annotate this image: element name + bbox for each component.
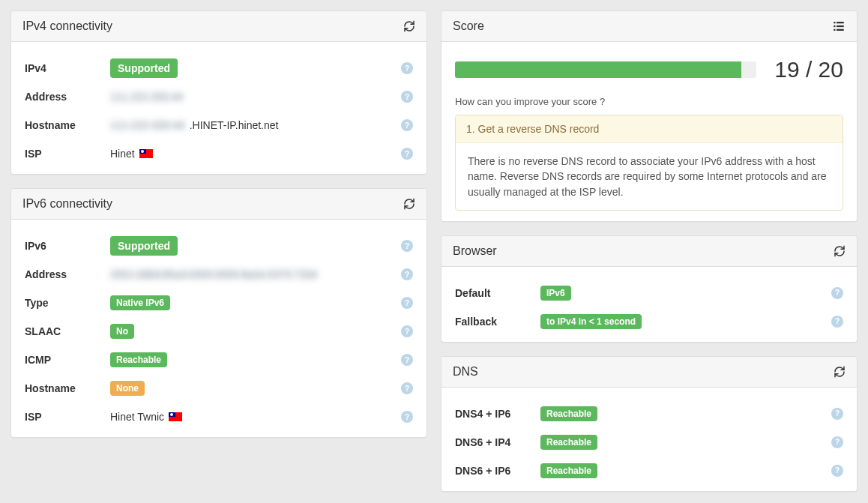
row-label: Type (25, 297, 110, 309)
help-icon[interactable]: ? (831, 287, 843, 299)
svg-rect-3 (837, 25, 844, 27)
refresh-icon[interactable] (834, 245, 846, 257)
row-label: Hostname (25, 119, 110, 131)
score-progress-bar (455, 61, 756, 78)
icmp-badge: Reachable (110, 352, 167, 367)
ipv4-row-address: Address 111.222.333.44 ? (25, 82, 413, 111)
help-icon[interactable]: ? (401, 382, 413, 394)
list-icon[interactable] (832, 19, 846, 33)
hostname-badge: None (110, 381, 145, 396)
help-icon[interactable]: ? (831, 465, 843, 477)
ipv6-row-slaac: SLAAC No ? (25, 317, 413, 346)
help-icon[interactable]: ? (401, 119, 413, 131)
dns-title: DNS (453, 365, 478, 379)
score-bar-wrap: 19 / 20 (455, 54, 843, 93)
browser-row-fallback: Fallback to IPv4 in < 1 second ? (455, 307, 843, 336)
ipv4-row-ipv4: IPv4 Supported ? (25, 54, 413, 82)
right-column: Score 19 / 20 How can you improve your s… (441, 10, 858, 503)
score-value-text: 19 / 20 (774, 57, 843, 82)
row-label: IPv6 (25, 240, 110, 252)
score-progress-fill (455, 61, 741, 78)
type-badge: Native IPv6 (110, 295, 170, 310)
score-improve-question: How can you improve your score ? (455, 93, 843, 115)
row-label: Address (25, 268, 110, 280)
supported-badge: Supported (110, 58, 178, 78)
default-badge: IPv6 (540, 286, 571, 301)
ipv6-heading: IPv6 connectivity (11, 189, 427, 220)
reachable-badge: Reachable (540, 463, 597, 478)
dns-row: DNS4 + IP6 Reachable ? (455, 400, 843, 428)
flag-icon (169, 412, 182, 421)
score-heading: Score (441, 11, 857, 42)
ipv6-row-icmp: ICMP Reachable ? (25, 346, 413, 374)
svg-rect-5 (837, 29, 844, 31)
row-label: DNS4 + IP6 (455, 408, 540, 420)
help-icon[interactable]: ? (401, 354, 413, 366)
score-title: Score (453, 19, 484, 33)
ipv4-row-hostname: Hostname 111-222-333-44.HINET-IP.hinet.n… (25, 111, 413, 139)
reachable-badge: Reachable (540, 435, 597, 450)
ipv6-row-type: Type Native IPv6 ? (25, 289, 413, 317)
browser-row-default: Default IPv6 ? (455, 279, 843, 307)
row-label: IPv4 (25, 62, 110, 74)
dns-heading: DNS (441, 357, 857, 388)
ipv6-row-address: Address 2001:0db8:85a3:0000:0000:8a2e:03… (25, 260, 413, 289)
help-icon[interactable]: ? (401, 325, 413, 337)
hostname-blurred: 111-222-333-44 (110, 119, 185, 131)
slaac-badge: No (110, 324, 134, 339)
ipv6-title: IPv6 connectivity (22, 197, 112, 211)
supported-badge: Supported (110, 236, 178, 256)
flag-icon (139, 149, 153, 158)
isp-value: Hinet (110, 148, 135, 160)
score-tip: 1. Get a reverse DNS record There is no … (455, 115, 843, 211)
row-label: Default (455, 287, 540, 299)
help-icon[interactable]: ? (401, 148, 413, 160)
row-label: DNS6 + IP4 (455, 436, 540, 448)
hostname-suffix: .HINET-IP.hinet.net (190, 119, 279, 131)
dns-row: DNS6 + IP4 Reachable ? (455, 428, 843, 457)
svg-rect-1 (837, 22, 844, 23)
help-icon[interactable]: ? (831, 316, 843, 328)
help-icon[interactable]: ? (831, 436, 843, 448)
row-label: ISP (25, 411, 110, 423)
ipv4-heading: IPv4 connectivity (11, 11, 427, 42)
help-icon[interactable]: ? (401, 297, 413, 309)
row-label: DNS6 + IP6 (455, 465, 540, 477)
help-icon[interactable]: ? (401, 411, 413, 423)
row-label: Hostname (25, 382, 110, 394)
row-label: ISP (25, 148, 110, 160)
help-icon[interactable]: ? (401, 268, 413, 280)
refresh-icon[interactable] (834, 366, 846, 378)
row-label: Address (25, 91, 110, 103)
ipv6-row-hostname: Hostname None ? (25, 374, 413, 403)
browser-title: Browser (453, 244, 497, 258)
score-panel: Score 19 / 20 How can you improve your s… (441, 10, 858, 222)
score-tip-body: There is no reverse DNS record to associ… (456, 143, 843, 210)
ipv6-row-isp: ISP Hinet Twnic ? (25, 403, 413, 431)
ipv6-row-ipv6: IPv6 Supported ? (25, 232, 413, 260)
refresh-icon[interactable] (403, 20, 415, 32)
row-label: ICMP (25, 354, 110, 366)
left-column: IPv4 connectivity IPv4 Supported ? Addre… (10, 10, 427, 503)
fallback-badge: to IPv4 in < 1 second (540, 314, 642, 329)
ipv4-address-value: 111.222.333.44 (110, 91, 183, 103)
ipv4-panel: IPv4 connectivity IPv4 Supported ? Addre… (10, 10, 427, 175)
ipv4-row-isp: ISP Hinet ? (25, 139, 413, 168)
ipv4-title: IPv4 connectivity (22, 19, 112, 33)
refresh-icon[interactable] (403, 198, 415, 210)
browser-heading: Browser (441, 236, 857, 267)
help-icon[interactable]: ? (401, 91, 413, 103)
help-icon[interactable]: ? (831, 408, 843, 420)
row-label: SLAAC (25, 325, 110, 337)
svg-rect-4 (834, 29, 835, 31)
svg-rect-0 (834, 22, 835, 23)
svg-rect-2 (834, 25, 835, 27)
dns-row: DNS6 + IP6 Reachable ? (455, 457, 843, 485)
reachable-badge: Reachable (540, 406, 597, 421)
row-label: Fallback (455, 316, 540, 328)
isp-value: Hinet Twnic (110, 411, 164, 423)
help-icon[interactable]: ? (401, 240, 413, 252)
help-icon[interactable]: ? (401, 62, 413, 74)
ipv6-panel: IPv6 connectivity IPv6 Supported ? Addre… (10, 188, 427, 438)
score-tip-title: 1. Get a reverse DNS record (456, 115, 843, 143)
